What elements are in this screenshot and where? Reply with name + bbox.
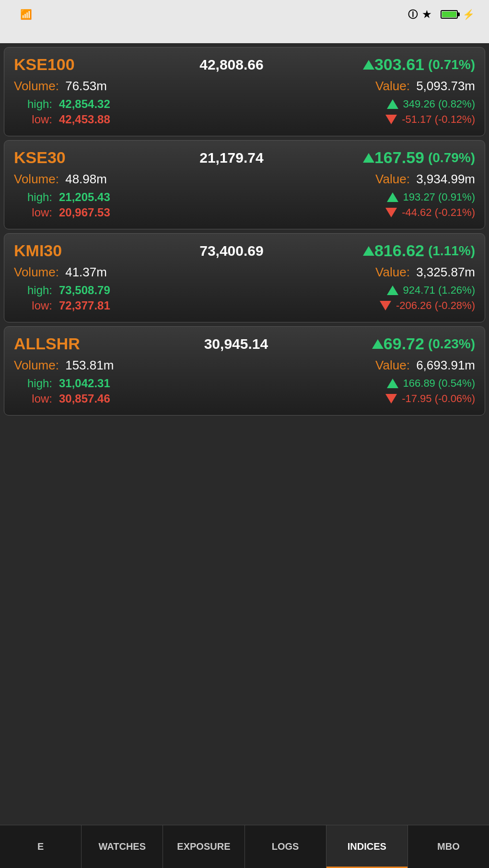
up-arrow-icon [372, 339, 384, 349]
low-label: low: [14, 206, 52, 219]
status-bar: 📶 Ⓘ ★ ⚡ [0, 0, 489, 29]
high-stat-right: 193.27 (0.91%) [387, 191, 475, 203]
index-change-pct: (1.11%) [428, 243, 475, 259]
nav-mbo[interactable]: MBO [408, 825, 489, 868]
battery-icon [441, 10, 458, 19]
index-change: 303.61 [374, 55, 424, 74]
nav-indices[interactable]: INDICES [326, 825, 408, 868]
low-stat-right: -17.95 (-0.06%) [385, 392, 475, 405]
high-label: high: [14, 97, 52, 111]
value-group: Value: 5,093.73m [375, 79, 475, 94]
value-value: 6,693.91m [413, 358, 475, 373]
low-value: 42,453.88 [59, 113, 110, 126]
card-volume-row: Volume: 41.37m Value: 3,325.87m [14, 265, 475, 280]
index-price: 30,945.14 [100, 336, 372, 352]
high-stat-left: high: 42,854.32 [14, 97, 110, 111]
value-label: Value: [375, 265, 410, 280]
low-value: 20,967.53 [59, 206, 110, 219]
low-stat-left: low: 30,857.46 [14, 392, 110, 405]
card-volume-row: Volume: 48.98m Value: 3,934.99m [14, 172, 475, 187]
up-arrow-icon [363, 60, 374, 70]
volume-label: Volume: [14, 265, 59, 280]
high-arrow-icon [387, 379, 398, 388]
nav-exposure[interactable]: EXPOSURE [163, 825, 244, 868]
high-value: 31,042.31 [59, 377, 110, 390]
low-stat-left: low: 72,377.81 [14, 299, 110, 312]
value-group: Value: 3,934.99m [375, 172, 475, 187]
value-label: Value: [375, 358, 410, 373]
index-name: KMI30 [14, 241, 100, 260]
card-low-row: low: 72,377.81 -206.26 (-0.28%) [14, 299, 475, 312]
change-group: 167.59 (0.79%) [374, 148, 475, 167]
volume-label: Volume: [14, 79, 59, 94]
index-price: 21,179.74 [100, 150, 363, 166]
high-arrow-icon [387, 192, 398, 202]
nav-logs[interactable]: LOGS [245, 825, 326, 868]
volume-group: Volume: 48.98m [14, 172, 107, 187]
high-stat-right: 349.26 (0.82%) [387, 98, 475, 110]
change-group: 816.62 (1.11%) [374, 241, 475, 260]
volume-label: Volume: [14, 358, 59, 373]
low-change: -17.95 (-0.06%) [402, 392, 475, 405]
index-card-kse100[interactable]: KSE100 42,808.66 303.61 (0.71%) Volume: … [4, 47, 485, 136]
high-stat-left: high: 73,508.79 [14, 284, 110, 297]
battery-container [441, 10, 458, 19]
value-value: 3,934.99m [413, 172, 475, 187]
card-low-row: low: 20,967.53 -44.62 (-0.21%) [14, 206, 475, 219]
card-low-row: low: 30,857.46 -17.95 (-0.06%) [14, 392, 475, 405]
high-change: 166.89 (0.54%) [403, 377, 475, 390]
high-stat-right: 924.71 (1.26%) [387, 284, 475, 297]
card-high-row: high: 42,854.32 349.26 (0.82%) [14, 97, 475, 111]
card-main-row: ALLSHR 30,945.14 69.72 (0.23%) [14, 334, 475, 353]
card-low-row: low: 42,453.88 -51.17 (-0.12%) [14, 113, 475, 126]
bottom-navigation: EWATCHESEXPOSURELOGSINDICESMBO [0, 825, 489, 868]
low-value: 72,377.81 [59, 299, 110, 312]
low-change: -206.26 (-0.28%) [396, 299, 475, 312]
status-left: 📶 [14, 9, 32, 20]
bluetooth-icon: ★ [422, 9, 431, 20]
low-stat-left: low: 20,967.53 [14, 206, 110, 219]
location-icon: Ⓘ [408, 8, 418, 21]
wifi-icon: 📶 [20, 9, 32, 20]
low-label: low: [14, 299, 52, 312]
value-value: 5,093.73m [413, 79, 475, 94]
index-change: 167.59 [374, 148, 424, 167]
index-price: 42,808.66 [100, 57, 363, 73]
index-name: KSE100 [14, 55, 100, 74]
index-card-kse30[interactable]: KSE30 21,179.74 167.59 (0.79%) Volume: 4… [4, 140, 485, 229]
card-main-row: KSE30 21,179.74 167.59 (0.79%) [14, 148, 475, 167]
low-arrow-icon [385, 208, 397, 217]
volume-value: 41.37m [62, 265, 107, 280]
high-value: 73,508.79 [59, 284, 110, 297]
index-card-allshr[interactable]: ALLSHR 30,945.14 69.72 (0.23%) Volume: 1… [4, 326, 485, 416]
low-stat-right: -44.62 (-0.21%) [385, 206, 475, 219]
nav-watches[interactable]: WATCHES [82, 825, 163, 868]
volume-group: Volume: 41.37m [14, 265, 107, 280]
card-volume-row: Volume: 76.53m Value: 5,093.73m [14, 79, 475, 94]
page-header [0, 29, 489, 43]
low-change: -44.62 (-0.21%) [402, 206, 475, 219]
low-label: low: [14, 113, 52, 126]
low-stat-right: -206.26 (-0.28%) [380, 299, 475, 312]
card-high-row: high: 21,205.43 193.27 (0.91%) [14, 190, 475, 204]
high-stat-left: high: 21,205.43 [14, 190, 110, 204]
high-change: 349.26 (0.82%) [403, 98, 475, 110]
index-change: 69.72 [384, 334, 424, 353]
low-label: low: [14, 392, 52, 405]
high-stat-right: 166.89 (0.54%) [387, 377, 475, 390]
high-arrow-icon [387, 285, 398, 295]
up-arrow-icon [363, 153, 374, 163]
nav-e[interactable]: E [0, 825, 82, 868]
high-change: 924.71 (1.26%) [403, 284, 475, 297]
high-value: 42,854.32 [59, 97, 110, 111]
index-card-kmi30[interactable]: KMI30 73,400.69 816.62 (1.11%) Volume: 4… [4, 233, 485, 322]
high-change: 193.27 (0.91%) [403, 191, 475, 203]
low-value: 30,857.46 [59, 392, 110, 405]
high-label: high: [14, 377, 52, 390]
volume-value: 153.81m [62, 358, 114, 373]
low-stat-left: low: 42,453.88 [14, 113, 110, 126]
high-stat-left: high: 31,042.31 [14, 377, 110, 390]
index-name: KSE30 [14, 148, 100, 167]
battery-fill [442, 12, 456, 17]
low-arrow-icon [380, 301, 391, 310]
